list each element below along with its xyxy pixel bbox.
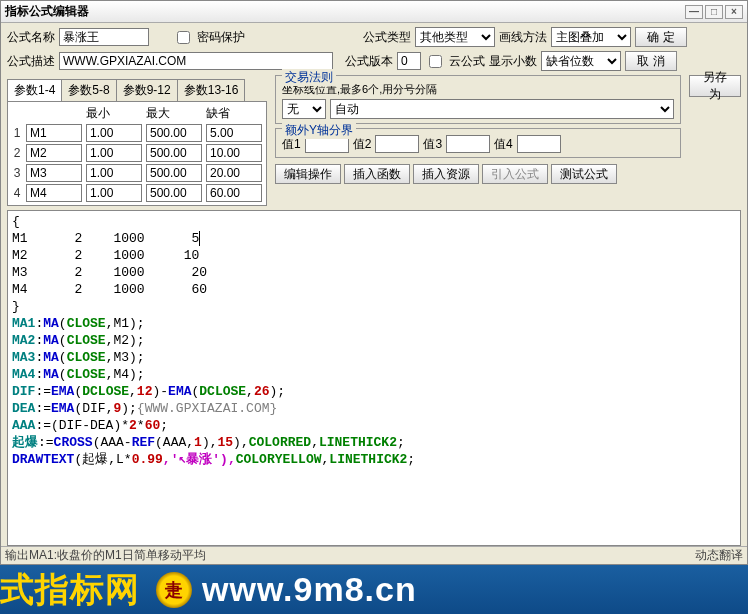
col-min: 最小 (84, 104, 144, 123)
desc-label: 公式描述 (7, 53, 55, 70)
maximize-button[interactable]: □ (705, 5, 723, 19)
param-max-input[interactable] (146, 164, 202, 182)
extra-y-fieldset: 额外Y轴分界 值1 值2 值3 值4 (275, 128, 681, 158)
footer-banner: 式指标网 疌 www.9m8.cn (0, 565, 748, 614)
close-button[interactable]: × (725, 5, 743, 19)
param-name-input[interactable] (26, 124, 82, 142)
tab-params-1-4[interactable]: 参数1-4 (7, 79, 62, 101)
window-title: 指标公式编辑器 (5, 3, 89, 20)
import-formula-button[interactable]: 引入公式 (482, 164, 548, 184)
param-max-input[interactable] (146, 124, 202, 142)
param-max-input[interactable] (146, 144, 202, 162)
param-max-input[interactable] (146, 184, 202, 202)
param-min-input[interactable] (86, 124, 142, 142)
value3-input[interactable] (446, 135, 490, 153)
value3-label: 值3 (423, 136, 442, 153)
name-label: 公式名称 (7, 29, 55, 46)
table-row: 1 (10, 123, 264, 143)
top-form: 公式名称 密码保护 公式类型 其他类型 画线方法 主图叠加 确 定 公式描述 公… (1, 23, 747, 206)
params-table: 最小 最大 缺省 1 2 (10, 104, 264, 203)
table-row: 2 (10, 143, 264, 163)
value4-label: 值4 (494, 136, 513, 153)
value4-input[interactable] (517, 135, 561, 153)
footer-logo-icon: 疌 (156, 572, 192, 608)
version-label: 公式版本 (345, 53, 393, 70)
save-as-button[interactable]: 另存为 (689, 75, 741, 97)
trade-rule-right-select[interactable]: 自动 (330, 99, 674, 119)
footer-left-text: 式指标网 (0, 567, 146, 613)
cloud-checkbox[interactable] (429, 55, 442, 68)
password-protect-label: 密码保护 (197, 29, 245, 46)
formula-type-select[interactable]: 其他类型 (415, 27, 495, 47)
value2-input[interactable] (375, 135, 419, 153)
param-def-input[interactable] (206, 164, 262, 182)
insert-res-button[interactable]: 插入资源 (413, 164, 479, 184)
col-max: 最大 (144, 104, 204, 123)
draw-method-select[interactable]: 主图叠加 (551, 27, 631, 47)
param-tabs: 参数1-4 参数5-8 参数9-12 参数13-16 (7, 79, 267, 101)
table-row: 3 (10, 163, 264, 183)
param-name-input[interactable] (26, 184, 82, 202)
param-name-input[interactable] (26, 164, 82, 182)
formula-desc-input[interactable] (59, 52, 333, 70)
extra-y-legend: 额外Y轴分界 (282, 122, 356, 139)
cloud-label: 云公式 (449, 53, 485, 70)
version-input[interactable] (397, 52, 421, 70)
decimals-select[interactable]: 缺省位数 (541, 51, 621, 71)
ok-button[interactable]: 确 定 (635, 27, 687, 47)
password-protect-checkbox[interactable] (177, 31, 190, 44)
titlebar[interactable]: 指标公式编辑器 — □ × (1, 1, 747, 23)
draw-method-label: 画线方法 (499, 29, 547, 46)
param-def-input[interactable] (206, 144, 262, 162)
test-formula-button[interactable]: 测试公式 (551, 164, 617, 184)
cancel-button[interactable]: 取 消 (625, 51, 677, 71)
footer-url-text: www.9m8.cn (202, 570, 417, 609)
editor-window: 指标公式编辑器 — □ × 公式名称 密码保护 公式类型 其他类型 画线方法 主… (0, 0, 748, 565)
tab-params-13-16[interactable]: 参数13-16 (177, 79, 246, 101)
decimals-label: 显示小数 (489, 53, 537, 70)
trade-rule-legend: 交易法则 (282, 69, 336, 86)
param-min-input[interactable] (86, 144, 142, 162)
status-bar: 输出MA1:收盘价的M1日简单移动平均 动态翻译 (1, 546, 747, 564)
params-panel: 参数1-4 参数5-8 参数9-12 参数13-16 最小 最大 缺省 (7, 75, 267, 206)
param-min-input[interactable] (86, 164, 142, 182)
param-name-input[interactable] (26, 144, 82, 162)
status-left-text: 输出MA1:收盘价的M1日简单移动平均 (5, 547, 206, 564)
param-def-input[interactable] (206, 124, 262, 142)
status-right-text: 动态翻译 (695, 547, 743, 564)
trade-rule-left-select[interactable]: 无 (282, 99, 326, 119)
insert-fn-button[interactable]: 插入函数 (344, 164, 410, 184)
tab-params-5-8[interactable]: 参数5-8 (61, 79, 116, 101)
table-row: 4 (10, 183, 264, 203)
minimize-button[interactable]: — (685, 5, 703, 19)
edit-op-button[interactable]: 编辑操作 (275, 164, 341, 184)
param-def-input[interactable] (206, 184, 262, 202)
formula-name-input[interactable] (59, 28, 149, 46)
col-default: 缺省 (204, 104, 264, 123)
trade-rule-fieldset: 交易法则 坐标线位置,最多6个,用分号分隔 无 自动 (275, 75, 681, 124)
formula-type-label: 公式类型 (363, 29, 411, 46)
code-editor[interactable]: { M1 2 1000 5 M2 2 1000 10 M3 2 1000 20 … (7, 210, 741, 546)
tab-params-9-12[interactable]: 参数9-12 (116, 79, 178, 101)
param-min-input[interactable] (86, 184, 142, 202)
